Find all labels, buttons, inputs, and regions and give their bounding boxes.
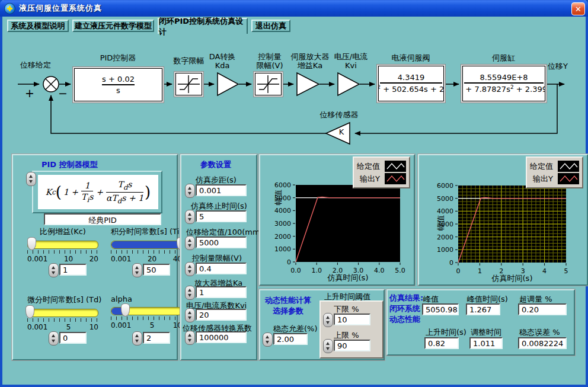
kc-slider-thumb[interactable] — [27, 237, 36, 250]
tolerance-value[interactable]: 2.00 — [273, 333, 308, 345]
ti-value[interactable]: 50 — [143, 264, 170, 276]
kc-spinner[interactable] — [49, 263, 59, 277]
ctrl-limit-label: 控制量限幅(V) — [251, 52, 288, 70]
sensor-label: 位移传感器 — [315, 110, 363, 119]
legend-item[interactable]: 输出Y — [530, 173, 579, 184]
legend-item[interactable]: 给定值 — [357, 161, 406, 172]
alpha-value[interactable]: 2 — [143, 332, 170, 344]
param-sim-step[interactable]: 0.001 — [196, 184, 247, 196]
param-ctrl-limit[interactable]: 0.4 — [196, 263, 247, 274]
svg-text:4000: 4000 — [437, 207, 453, 215]
tab-build-model[interactable]: 建立液压元件数学模型 — [72, 20, 154, 32]
param-spinner[interactable] — [185, 286, 195, 300]
td-spinner[interactable] — [49, 331, 59, 346]
input-signal-label: 位移给定 — [14, 60, 57, 69]
servo-amp-label: 伺服放大器增益Ka — [287, 52, 333, 70]
formula-frame: Kc( 1 + 1Tis + TdsαTds + 1 ) — [32, 171, 162, 213]
upper-limit-spinner[interactable] — [323, 339, 333, 353]
dynamics-panel: 动态性能计算 选择参数 稳态允差(%) 2.00 上升时间阈值 下限 % 10 … — [259, 289, 385, 360]
pid-model-panel: PID 控制器模型 Kc( 1 + 1Tis + TdsαTds + 1 ) 经… — [12, 154, 178, 360]
legend-swatch-icon — [558, 161, 579, 172]
kc-slider[interactable] — [27, 241, 98, 249]
tab-exit[interactable]: 退出仿真 — [251, 20, 290, 32]
da-converter-label: DA转换Kda — [207, 52, 238, 70]
pid-block[interactable]: s + 0.02s — [74, 68, 162, 101]
svg-text:2000: 2000 — [274, 233, 291, 241]
alpha-slider-thumb[interactable] — [121, 303, 130, 316]
tab-system-description[interactable]: 系统及模型说明 — [7, 20, 69, 32]
servo-valve-block[interactable]: 4.3419 s2 + 502.654s + 25 — [378, 66, 444, 101]
legend-item[interactable]: 输出Y — [357, 173, 406, 184]
y-axis-label: 幅值 — [436, 215, 446, 231]
valve-denominator: s2 + 502.654s + 25 — [378, 84, 444, 94]
alpha-slider[interactable] — [111, 307, 182, 315]
slider-group-alpha: alpha 0.001510 2 — [111, 295, 182, 330]
td-slider-thumb[interactable] — [25, 305, 34, 318]
lower-limit-spinner[interactable] — [323, 313, 333, 327]
tick-labels: 0.001510 — [111, 321, 182, 330]
pid-numerator: s + 0.02 — [102, 75, 135, 84]
window-title: 液压伺服位置系统仿真 — [19, 3, 102, 14]
chart-panel-left: 给定值输出Y 0.01.02.03.04.05.0010002000300040… — [259, 154, 415, 286]
param-spinner[interactable] — [185, 210, 195, 224]
pid-type-spinner[interactable] — [26, 172, 36, 186]
legend-item[interactable]: 给定值 — [530, 161, 579, 172]
kc-value[interactable]: 1 — [59, 264, 87, 276]
upper-limit-value[interactable]: 90 — [334, 340, 370, 351]
param-spinner[interactable] — [185, 184, 195, 198]
settling-time-label: 调整时间 — [471, 327, 501, 338]
chart-legend: 给定值输出Y — [526, 156, 583, 188]
alpha-spinner[interactable] — [132, 331, 142, 346]
close-button[interactable]: ✕ — [571, 2, 585, 15]
param-spinner[interactable] — [185, 262, 195, 276]
ss-error-label: 稳态误差 % — [519, 327, 560, 338]
tick-labels: 0.001510 — [27, 323, 98, 331]
slider-group-td: 微分时间常数[s] (Td) 0.001510 0 — [27, 295, 98, 331]
servo-valve-title: 电液伺服阀 — [378, 53, 443, 62]
legend-swatch-icon — [385, 173, 406, 184]
ti-spinner[interactable] — [132, 263, 142, 277]
cylinder-numerator: 8.55949E+8 — [480, 73, 528, 82]
saturation-icon — [255, 73, 281, 95]
param-spinner[interactable] — [185, 331, 195, 345]
y-axis-label: 幅值 — [273, 190, 284, 205]
overshoot-value: 0.20 — [518, 303, 567, 315]
rise-time-label: 上升时间(s) — [426, 327, 466, 338]
tab-pid-simulation[interactable]: 闭环PID控制系统仿真设计 — [158, 18, 248, 34]
slider-label: 微分时间常数[s] (Td) — [27, 295, 98, 305]
ti-slider[interactable] — [111, 241, 182, 249]
pid-type-value[interactable]: 经典PID — [44, 213, 161, 225]
params-panel: 参数设置 仿真步距(s) 0.001 仿真终止时间(s) 5 位移给定值/100… — [180, 154, 257, 360]
legend-item-label: 给定值 — [530, 161, 553, 172]
pid-block-title: PID控制器 — [74, 53, 162, 62]
pid-denominator: s — [116, 86, 120, 95]
da-line1: DA转换 — [207, 52, 238, 61]
sensor-gain-label: K — [335, 127, 347, 136]
ctrl-limit-block[interactable] — [255, 73, 282, 95]
tick-labels: 0.0011020 — [27, 255, 98, 263]
param-spinner[interactable] — [185, 308, 195, 322]
chart-panel-right: 给定值输出Y 0123450100020003000400050006000 幅… — [418, 154, 588, 286]
param-amp-gain[interactable]: 1 — [196, 286, 247, 298]
lower-limit-value[interactable]: 10 — [334, 314, 370, 325]
digital-limit-block[interactable] — [175, 73, 202, 95]
tolerance-spinner[interactable] — [263, 332, 273, 347]
svg-text:2000: 2000 — [437, 234, 453, 241]
results-panel: 仿真结果: 闭环系统 动态性能 峰值 5050.98 峰值时间(s) 1.267… — [386, 289, 575, 356]
settling-time-value: 1.011 — [469, 337, 503, 349]
cylinder-denominator: s3 + 7.87827s2 + 2.3993 — [462, 84, 545, 94]
rise-time-value: 0.82 — [424, 337, 459, 349]
volt-current-line1: 电压/电流 — [330, 52, 372, 61]
param-setpoint[interactable]: 5000 — [196, 236, 247, 248]
param-kvi[interactable]: 20 — [196, 309, 247, 321]
servo-cylinder-block[interactable]: 8.55949E+8 s3 + 7.87827s2 + 2.3993 — [462, 66, 545, 101]
param-sensor-coef[interactable]: 100000 — [196, 331, 247, 343]
param-sim-end[interactable]: 5 — [196, 210, 247, 222]
tick-marks — [111, 250, 182, 254]
dynamics-title: 动态性能计算 选择参数 — [265, 295, 311, 316]
svg-text:0: 0 — [449, 259, 453, 267]
td-slider[interactable] — [27, 309, 98, 317]
td-value[interactable]: 0 — [59, 332, 87, 344]
svg-text:3000: 3000 — [274, 220, 291, 228]
param-spinner[interactable] — [185, 236, 195, 250]
